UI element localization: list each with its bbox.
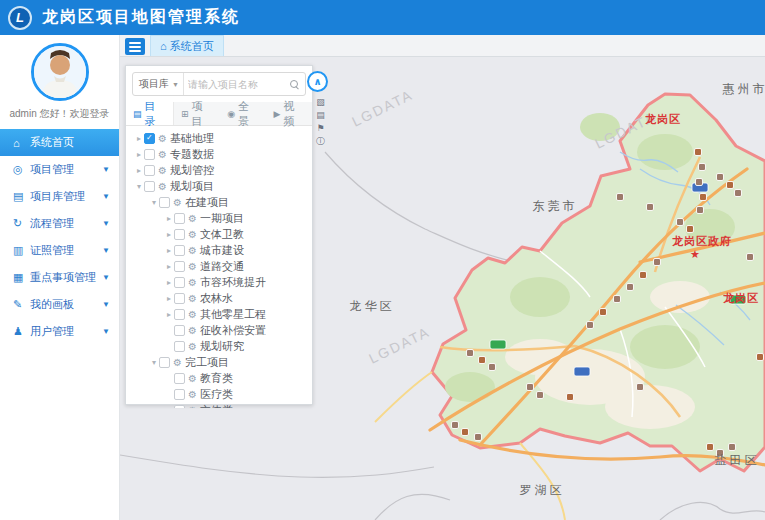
panel-tab-0[interactable]: ▤目录: [126, 102, 174, 125]
tree-item[interactable]: ⚙医疗类: [126, 386, 312, 402]
project-marker[interactable]: [700, 194, 707, 201]
expander-icon[interactable]: ▸: [134, 134, 144, 143]
project-marker[interactable]: [727, 182, 734, 189]
project-marker[interactable]: [452, 422, 459, 429]
avatar[interactable]: [31, 43, 89, 101]
project-marker[interactable]: [697, 207, 704, 214]
project-marker[interactable]: [637, 384, 644, 391]
tree-item[interactable]: ▸⚙城市建设: [126, 242, 312, 258]
project-marker[interactable]: [614, 296, 621, 303]
sidebar-item-2[interactable]: ▤项目库管理▼: [0, 183, 119, 210]
expander-icon[interactable]: ▸: [164, 262, 174, 271]
sidebar-item-7[interactable]: ♟用户管理▼: [0, 318, 119, 345]
checkbox[interactable]: [174, 229, 185, 240]
tree-item[interactable]: ▾⚙规划项目: [126, 178, 312, 194]
checkbox[interactable]: [174, 325, 185, 336]
project-marker[interactable]: [617, 194, 624, 201]
search-button[interactable]: [283, 73, 305, 95]
tree-item[interactable]: ⚙教育类: [126, 370, 312, 386]
tree-item[interactable]: ▸⚙规划管控: [126, 162, 312, 178]
map-layers-icon[interactable]: ▤: [316, 109, 325, 121]
sidebar-item-0[interactable]: ⌂系统首页: [0, 129, 119, 156]
tree-item[interactable]: ⚙征收补偿安置: [126, 322, 312, 338]
map-info-icon[interactable]: ⓘ: [316, 135, 325, 147]
tree-item[interactable]: ▾⚙完工项目: [126, 354, 312, 370]
tab-system-home[interactable]: ⌂ 系统首页: [150, 35, 224, 56]
checkbox[interactable]: [159, 357, 170, 368]
tree-item[interactable]: ▸⚙基础地理: [126, 130, 312, 146]
project-marker[interactable]: [462, 429, 469, 436]
checkbox[interactable]: [174, 293, 185, 304]
sidebar-item-5[interactable]: ▦重点事项管理▼: [0, 264, 119, 291]
panel-tab-1[interactable]: ⊞项目: [174, 102, 220, 125]
project-marker[interactable]: [677, 219, 684, 226]
project-marker[interactable]: [717, 174, 724, 181]
checkbox[interactable]: [144, 133, 155, 144]
expander-icon[interactable]: ▾: [149, 198, 159, 207]
sidebar-item-6[interactable]: ✎我的画板▼: [0, 291, 119, 318]
project-marker[interactable]: [600, 309, 607, 316]
project-marker[interactable]: [537, 392, 544, 399]
checkbox[interactable]: [174, 389, 185, 400]
checkbox[interactable]: [174, 213, 185, 224]
sidebar-item-1[interactable]: ◎项目管理▼: [0, 156, 119, 183]
map-flag-icon[interactable]: ⚑: [316, 122, 325, 134]
project-marker[interactable]: [567, 394, 574, 401]
tree-item[interactable]: ▸⚙道路交通: [126, 258, 312, 274]
tree-item[interactable]: ⚙规划研究: [126, 338, 312, 354]
project-marker[interactable]: [467, 350, 474, 357]
project-marker[interactable]: [647, 204, 654, 211]
project-marker[interactable]: [757, 354, 764, 361]
expander-icon[interactable]: ▸: [164, 230, 174, 239]
project-marker[interactable]: [696, 179, 703, 186]
expander-icon[interactable]: ▸: [164, 246, 174, 255]
project-marker[interactable]: [587, 322, 594, 329]
tree-item[interactable]: ▸⚙文体卫教: [126, 226, 312, 242]
checkbox[interactable]: [144, 149, 155, 160]
project-marker[interactable]: [527, 384, 534, 391]
tree-item[interactable]: ▸⚙一期项目: [126, 210, 312, 226]
project-marker[interactable]: [747, 254, 754, 261]
checkbox[interactable]: [174, 341, 185, 352]
tree-item[interactable]: ▸⚙其他零星工程: [126, 306, 312, 322]
project-marker[interactable]: [707, 444, 714, 451]
project-marker[interactable]: [695, 149, 702, 156]
project-marker[interactable]: [475, 434, 482, 441]
panel-tab-2[interactable]: ◉全景: [220, 102, 266, 125]
panel-collapse-button[interactable]: ∧: [307, 71, 328, 92]
tree-item[interactable]: ▸⚙专题数据: [126, 146, 312, 162]
project-search-input[interactable]: [184, 79, 283, 90]
project-marker[interactable]: [729, 444, 736, 451]
checkbox[interactable]: [174, 309, 185, 320]
checkbox[interactable]: [174, 261, 185, 272]
tree-item[interactable]: ▾⚙在建项目: [126, 194, 312, 210]
category-select[interactable]: 项目库 ▼: [133, 73, 184, 95]
expander-icon[interactable]: ▸: [134, 166, 144, 175]
checkbox[interactable]: [174, 245, 185, 256]
tree-item[interactable]: ▸⚙市容环境提升: [126, 274, 312, 290]
expander-icon[interactable]: ▸: [164, 310, 174, 319]
checkbox[interactable]: [174, 373, 185, 384]
expander-icon[interactable]: ▸: [164, 278, 174, 287]
checkbox[interactable]: [174, 277, 185, 288]
project-marker[interactable]: [479, 357, 486, 364]
tree-item[interactable]: ⚙文体类: [126, 402, 312, 408]
map-basemap-icon[interactable]: ▧: [316, 96, 325, 108]
checkbox[interactable]: [159, 197, 170, 208]
project-marker[interactable]: [654, 259, 661, 266]
project-marker[interactable]: [735, 190, 742, 197]
expander-icon[interactable]: ▾: [149, 358, 159, 367]
expander-icon[interactable]: ▾: [134, 182, 144, 191]
project-marker[interactable]: [699, 164, 706, 171]
project-marker[interactable]: [627, 284, 634, 291]
tree-item[interactable]: ▸⚙农林水: [126, 290, 312, 306]
project-marker[interactable]: [640, 272, 647, 279]
sidebar-item-4[interactable]: ▥证照管理▼: [0, 237, 119, 264]
checkbox[interactable]: [144, 165, 155, 176]
checkbox[interactable]: [174, 405, 185, 409]
checkbox[interactable]: [144, 181, 155, 192]
sidebar-item-3[interactable]: ↻流程管理▼: [0, 210, 119, 237]
expander-icon[interactable]: ▸: [164, 214, 174, 223]
hamburger-icon[interactable]: [125, 38, 145, 55]
expander-icon[interactable]: ▸: [164, 294, 174, 303]
